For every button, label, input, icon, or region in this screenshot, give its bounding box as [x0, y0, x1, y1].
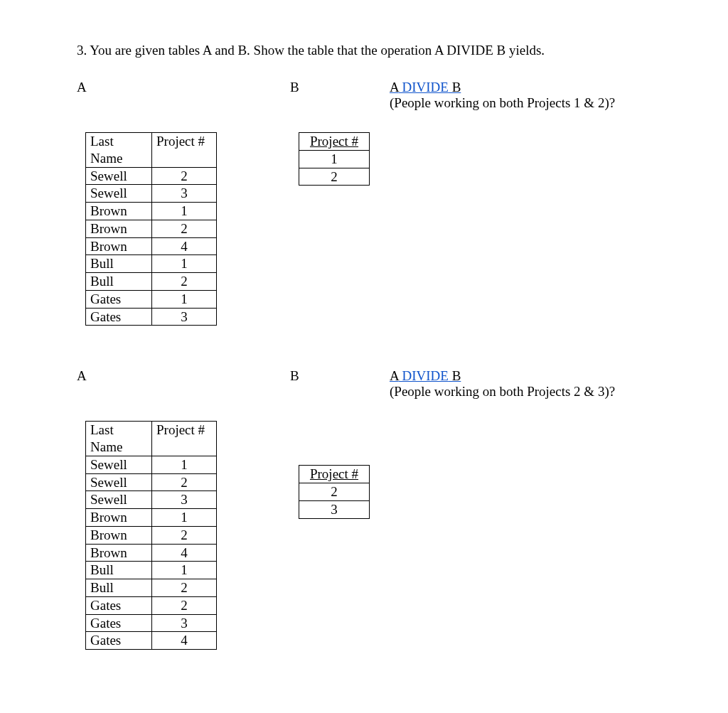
page: 3. You are given tables A and B. Show th… [0, 0, 728, 713]
table-row: Brown4 [86, 544, 217, 562]
a-divide-b-link: A DIVIDE B [390, 80, 461, 95]
table-a-1: Last Name Project # Sewell2Sewell3Brown1… [85, 132, 217, 326]
table-row: Bull2 [86, 273, 217, 291]
cell-project: 4 [152, 237, 217, 255]
adivb-b-2: B [449, 368, 461, 383]
question-text: 3. You are given tables A and B. Show th… [77, 43, 657, 58]
cell-name: Gates [86, 596, 152, 614]
label-b-2: B [290, 368, 390, 400]
cell-project: 2 [152, 220, 217, 237]
a-divide-b-link-2: A DIVIDE B [390, 368, 461, 383]
cell-name: Bull [86, 273, 152, 291]
table-row: Bull1 [86, 562, 217, 579]
cell-project: 2 [299, 168, 370, 186]
table-row: Sewell2 [86, 167, 217, 185]
cell-project: 3 [299, 500, 370, 518]
cell-project: 1 [152, 255, 217, 273]
table-b-2-body: 23 [299, 483, 370, 519]
table-a-2-header-name: Last Name [86, 422, 152, 456]
section-1-tables: Last Name Project # Sewell2Sewell3Brown1… [77, 132, 657, 326]
table-b-1-body: 12 [299, 150, 370, 186]
table-row: 1 [299, 150, 370, 168]
section-2: A B A DIVIDE B (People working on both P… [77, 368, 657, 650]
label-a-divide-b-2: A DIVIDE B (People working on both Proje… [390, 368, 657, 400]
cell-name: Bull [86, 562, 152, 579]
table-b-1-header: Project # [299, 133, 370, 151]
cell-name: Brown [86, 220, 152, 237]
table-a-2: Last Name Project # Sewell1Sewell2Sewell… [85, 421, 217, 650]
cell-name: Sewell [86, 473, 152, 491]
table-row: Gates1 [86, 290, 217, 308]
table-row: Brown4 [86, 237, 217, 255]
label-a: A [77, 80, 290, 111]
table-row: Gates4 [86, 632, 217, 650]
table-row: 2 [299, 168, 370, 186]
section-2-subnote: (People working on both Projects 2 & 3)? [390, 384, 615, 399]
table-b-2: Project # 23 [299, 465, 370, 518]
cell-name: Sewell [86, 185, 152, 203]
cell-project: 1 [152, 203, 217, 220]
table-row: Brown2 [86, 526, 217, 544]
cell-name: Gates [86, 614, 152, 632]
table-a-1-header-name: Last Name [86, 133, 152, 168]
section-1: A B A DIVIDE B (People working on both P… [77, 80, 657, 326]
table-row: Gates3 [86, 308, 217, 326]
table-row: Bull1 [86, 255, 217, 273]
cell-name: Brown [86, 237, 152, 255]
adivb-a: A [390, 80, 399, 95]
cell-project: 3 [152, 614, 217, 632]
cell-name: Gates [86, 308, 152, 326]
table-row: Gates2 [86, 596, 217, 614]
cell-name: Sewell [86, 491, 152, 509]
cell-project: 1 [152, 456, 217, 473]
table-row: Last Name Project # [86, 422, 217, 456]
section-1-labels: A B A DIVIDE B (People working on both P… [77, 80, 657, 111]
cell-name: Brown [86, 509, 152, 527]
table-a-2-body: Sewell1Sewell2Sewell3Brown1Brown2Brown4B… [86, 456, 217, 649]
cell-project: 3 [152, 491, 217, 509]
cell-name: Brown [86, 526, 152, 544]
table-row: Last Name Project # [86, 133, 217, 168]
cell-project: 2 [152, 579, 217, 597]
table-row: Brown1 [86, 509, 217, 527]
label-a-2: A [77, 368, 290, 400]
table-a-2-header-project: Project # [152, 422, 217, 456]
table-a-1-header-project: Project # [152, 133, 217, 168]
cell-project: 3 [152, 308, 217, 326]
table-row: Brown2 [86, 220, 217, 237]
cell-project: 2 [299, 483, 370, 501]
cell-project: 2 [152, 596, 217, 614]
cell-project: 2 [152, 526, 217, 544]
table-row: Project # [299, 466, 370, 483]
section-1-subnote: (People working on both Projects 1 & 2)? [390, 95, 615, 110]
table-row: Sewell3 [86, 185, 217, 203]
cell-name: Sewell [86, 167, 152, 185]
cell-project: 1 [152, 290, 217, 308]
adivb-divide: DIVIDE [399, 80, 449, 95]
cell-project: 2 [152, 473, 217, 491]
cell-project: 1 [152, 509, 217, 527]
table-b-1: Project # 12 [299, 132, 370, 186]
cell-name: Bull [86, 255, 152, 273]
cell-name: Bull [86, 579, 152, 597]
cell-name: Sewell [86, 456, 152, 473]
cell-name: Gates [86, 290, 152, 308]
table-row: 3 [299, 500, 370, 518]
cell-name: Brown [86, 203, 152, 220]
cell-project: 2 [152, 167, 217, 185]
table-row: Gates3 [86, 614, 217, 632]
table-row: Project # [299, 133, 370, 151]
table-row: Brown1 [86, 203, 217, 220]
table-b-2-header: Project # [299, 466, 370, 483]
table-row: Sewell3 [86, 491, 217, 509]
cell-project: 1 [152, 562, 217, 579]
table-row: Bull2 [86, 579, 217, 597]
table-row: Sewell1 [86, 456, 217, 473]
table-row: 2 [299, 483, 370, 501]
cell-project: 3 [152, 185, 217, 203]
cell-name: Gates [86, 632, 152, 650]
table-row: Sewell2 [86, 473, 217, 491]
label-b: B [290, 80, 390, 111]
cell-project: 1 [299, 150, 370, 168]
cell-project: 4 [152, 632, 217, 650]
